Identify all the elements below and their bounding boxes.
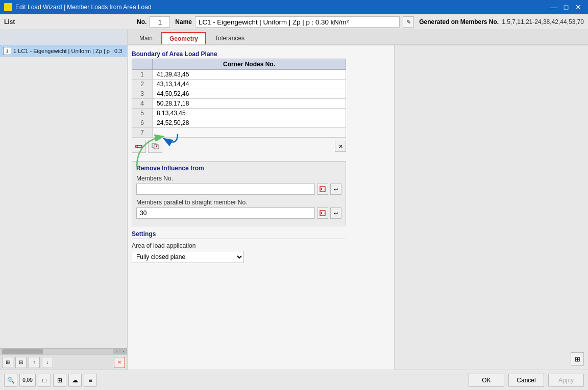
table-row: 450,28,17,18 — [132, 99, 346, 109]
generated-header-section: Generated on Members No. 1,5,7,11,21-24,… — [419, 18, 584, 25]
close-table-btn[interactable]: ✕ — [335, 141, 346, 152]
search-tool-btn[interactable]: 🔍 — [4, 374, 17, 387]
row-number: 2 — [132, 80, 153, 89]
row-nodes[interactable] — [153, 128, 346, 138]
table-row: 344,50,52,46 — [132, 89, 346, 99]
scroll-right-btn[interactable]: › — [120, 349, 127, 355]
list-bottom-toolbar: ⊞ ⊟ ↑ ↓ ✕ — [0, 354, 127, 370]
menu-btn[interactable]: ≡ — [84, 374, 97, 387]
selection-btn[interactable]: □ — [38, 374, 51, 387]
add-row-btn[interactable] — [132, 140, 146, 153]
list-item[interactable]: 1 1 LC1 - Eigengewicht | Uniform | Zp | … — [0, 45, 127, 57]
edit-button[interactable]: ✎ — [403, 16, 414, 28]
maximize-button[interactable]: □ — [560, 2, 572, 13]
row-number: 7 — [132, 128, 153, 138]
tab-main[interactable]: Main — [132, 32, 160, 44]
bottom-bar: 🔍 0,00 □ ⊞ ☁ ≡ OK Cancel Apply — [0, 370, 588, 390]
bottom-left-icons: 🔍 0,00 □ ⊞ ☁ ≡ — [4, 374, 97, 387]
tab-geometry[interactable]: Geometry — [161, 32, 206, 44]
tab-tolerances[interactable]: Tolerances — [207, 32, 252, 44]
move-down-btn[interactable]: ↓ — [42, 357, 53, 368]
table-col-num — [132, 59, 153, 70]
apply-button[interactable]: Apply — [548, 374, 584, 387]
app-icon: ⚡ — [4, 3, 12, 11]
name-label: Name — [175, 18, 192, 25]
name-input[interactable] — [195, 16, 400, 28]
members-no-input[interactable] — [136, 184, 315, 195]
list-item-icon: 1 — [3, 47, 11, 55]
parallel-member-row: Members parallel to straight member No. — [136, 199, 341, 219]
svg-line-12 — [321, 213, 322, 214]
row-number: 6 — [132, 118, 153, 128]
list-label: List — [4, 18, 15, 25]
move-up-btn[interactable]: ↑ — [29, 357, 40, 368]
settings-section: Settings Area of load application Fully … — [132, 230, 346, 263]
area-dropdown-row: Area of load application Fully closed pl… — [132, 242, 346, 263]
members-no-pick-btn[interactable] — [317, 184, 328, 195]
delete-item-btn[interactable]: ✕ — [114, 357, 125, 368]
parallel-member-label: Members parallel to straight member No. — [136, 199, 341, 206]
window-title: Edit Load Wizard | Member Loads from Are… — [15, 4, 152, 11]
copy-row-btn[interactable] — [148, 140, 162, 153]
row-number: 4 — [132, 99, 153, 109]
boundary-section: Boundary of Area Load Plane Corner Nodes… — [132, 49, 390, 153]
table-row: 141,39,43,45 — [132, 70, 346, 80]
generated-value: 1,5,7,11,21-24,38,42,44,53,70 — [502, 18, 584, 25]
svg-rect-0 — [136, 145, 142, 147]
minimize-button[interactable]: — — [548, 2, 559, 13]
right-area: Main Geometry Tolerances Boundary of Are… — [128, 30, 588, 370]
scroll-left-btn[interactable]: ‹ — [113, 349, 120, 355]
no-section: No. — [137, 16, 170, 28]
tab-content: Boundary of Area Load Plane Corner Nodes… — [128, 45, 588, 370]
table-row: 243,13,14,44 — [132, 80, 346, 89]
list-item-label: 1 LC1 - Eigengewicht | Uniform | Zp | p … — [13, 48, 122, 54]
left-list-panel: 1 1 LC1 - Eigengewicht | Uniform | Zp | … — [0, 30, 128, 370]
svg-rect-10 — [320, 211, 325, 216]
row-nodes[interactable]: 41,39,43,45 — [153, 70, 346, 80]
main-container: List No. Name ✎ Generated on Members No.… — [0, 14, 588, 390]
grid-btn[interactable]: ⊞ — [53, 374, 66, 387]
workspace: 1 1 LC1 - Eigengewicht | Uniform | Zp | … — [0, 30, 588, 370]
title-bar-controls: — □ ✕ — [548, 2, 584, 13]
svg-line-9 — [321, 189, 322, 190]
row-nodes[interactable]: 44,50,52,46 — [153, 89, 346, 99]
row-number: 5 — [132, 109, 153, 118]
remove-influence-title: Remove Influence from — [136, 165, 341, 172]
parallel-member-pick-btn[interactable] — [317, 207, 328, 219]
area-select[interactable]: Fully closed plane Open plane Partial pl… — [132, 251, 244, 263]
members-no-reset-btn[interactable]: ↩ — [330, 184, 341, 195]
scroll-thumb — [2, 349, 43, 354]
no-input[interactable] — [150, 16, 170, 28]
row-nodes[interactable]: 24,52,50,28 — [153, 118, 346, 128]
row-nodes[interactable]: 43,13,14,44 — [153, 80, 346, 89]
row-nodes[interactable]: 50,28,17,18 — [153, 99, 346, 109]
table-row: 624,52,50,28 — [132, 118, 346, 128]
generated-content-area — [399, 49, 584, 352]
table-row: 58,13,43,45 — [132, 109, 346, 118]
row-number: 3 — [132, 89, 153, 99]
tabs-row: Main Geometry Tolerances — [128, 30, 588, 45]
members-no-input-group: ↩ — [136, 184, 341, 195]
generate-icon-btn[interactable]: ⊞ — [571, 352, 584, 366]
close-button[interactable]: ✕ — [573, 2, 584, 13]
geometry-content: Boundary of Area Load Plane Corner Nodes… — [128, 45, 394, 370]
add-item-btn[interactable]: ⊞ — [2, 357, 13, 368]
generated-panel: ⊞ — [394, 45, 588, 370]
generated-label: Generated on Members No. — [419, 18, 499, 25]
horizontal-scrollbar[interactable]: ‹ › — [0, 348, 127, 354]
row-nodes[interactable]: 8,13,43,45 — [153, 109, 346, 118]
cloud-btn[interactable]: ☁ — [68, 374, 82, 387]
table-action-bar: ✕ — [132, 140, 346, 153]
ok-button[interactable]: OK — [469, 374, 504, 387]
cancel-button[interactable]: Cancel — [508, 374, 544, 387]
boundary-table: Corner Nodes No. 141,39,43,45243,13,14,4… — [132, 59, 346, 138]
parallel-member-input[interactable] — [136, 207, 315, 219]
table-row: 7 — [132, 128, 346, 138]
decimal-btn[interactable]: 0,00 — [19, 374, 36, 387]
remove-influence-section: Remove Influence from Members No. — [132, 161, 346, 226]
duplicate-item-btn[interactable]: ⊟ — [15, 357, 27, 368]
parallel-member-reset-btn[interactable]: ↩ — [330, 207, 341, 219]
title-bar: ⚡ Edit Load Wizard | Member Loads from A… — [0, 0, 588, 14]
settings-title: Settings — [132, 230, 346, 239]
members-no-label: Members No. — [136, 175, 341, 182]
